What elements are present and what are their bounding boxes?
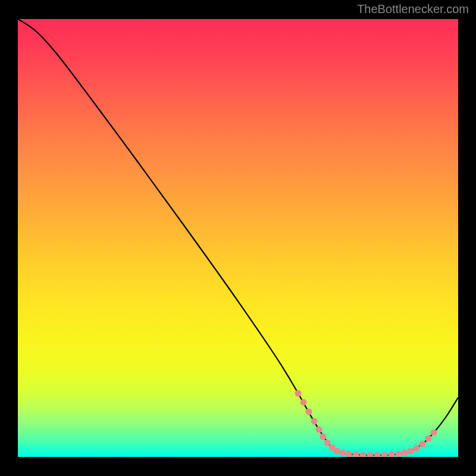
marker-dot <box>346 451 352 458</box>
marker-dot <box>367 452 374 458</box>
marker-dot <box>374 452 381 458</box>
marker-dot <box>324 440 331 446</box>
marker-dot <box>311 418 318 425</box>
marker-dot <box>353 452 359 458</box>
plot-area <box>18 19 458 457</box>
marker-dot <box>340 450 346 456</box>
curve-line <box>18 19 458 455</box>
marker-dot <box>402 450 408 456</box>
marker-dot <box>320 434 327 440</box>
marker-dot <box>381 452 388 458</box>
marker-dot <box>414 445 420 452</box>
marker-dot <box>300 399 307 406</box>
marker-dot <box>334 448 340 455</box>
marker-dot <box>431 430 437 436</box>
chart-svg <box>18 19 458 457</box>
marker-dot <box>389 452 395 458</box>
attribution-text: TheBottlenecker.com <box>357 2 469 16</box>
marker-dot <box>295 390 302 397</box>
marker-dot <box>396 451 402 458</box>
marker-dot <box>316 427 322 433</box>
marker-dot <box>425 436 432 442</box>
marker-dot <box>306 409 312 415</box>
marker-dot <box>408 448 414 455</box>
marker-group <box>295 390 437 458</box>
marker-dot <box>419 441 426 447</box>
marker-dot <box>360 452 367 458</box>
